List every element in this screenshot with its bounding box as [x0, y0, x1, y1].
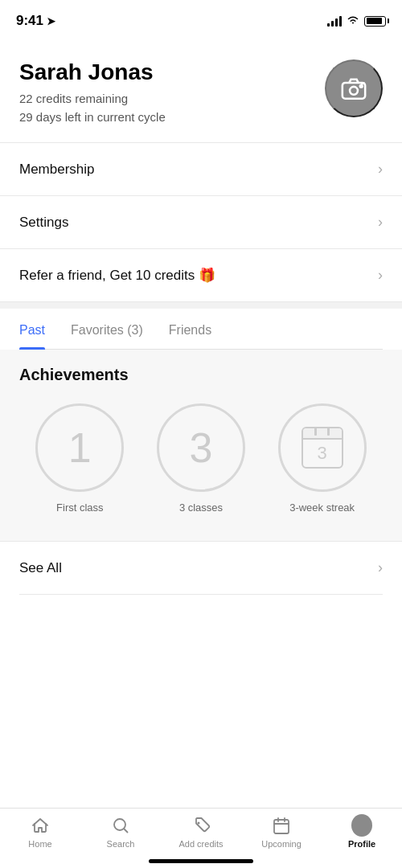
menu-section: Membership › Settings › Refer a friend, …	[0, 142, 402, 302]
svg-rect-5	[274, 820, 289, 833]
achievement-circle-streak: 3	[278, 403, 367, 492]
avatar-upload-button[interactable]: +	[325, 59, 383, 117]
refer-menu-item[interactable]: Refer a friend, Get 10 credits 🎁 ›	[0, 249, 402, 302]
achievement-three-week-streak: 3 3-week streak	[278, 403, 367, 514]
settings-menu-item[interactable]: Settings ›	[0, 196, 402, 249]
profile-header: Sarah Jonas 22 credits remaining 29 days…	[0, 35, 402, 142]
svg-point-4	[198, 822, 200, 825]
calendar-icon	[271, 815, 292, 836]
home-indicator	[149, 859, 253, 863]
tabs: Past Favorites (3) Friends	[19, 309, 383, 350]
see-all-section: See All ›	[0, 541, 402, 595]
home-icon	[30, 815, 51, 836]
profile-nav-icon	[351, 815, 372, 836]
status-icons	[327, 14, 386, 28]
chevron-right-icon: ›	[378, 267, 383, 284]
svg-point-1	[350, 87, 358, 95]
chevron-right-icon: ›	[378, 559, 383, 576]
tab-favorites[interactable]: Favorites (3)	[71, 309, 143, 349]
credits-remaining: 22 credits remaining	[19, 90, 166, 108]
achievements-grid: 1 First class 3 3 classes	[19, 403, 383, 514]
chevron-right-icon: ›	[378, 214, 383, 231]
streak-number: 3	[318, 443, 327, 464]
nav-search[interactable]: Search	[80, 815, 161, 849]
nav-upcoming-label: Upcoming	[261, 839, 302, 849]
status-bar: 9:41 ➤	[0, 0, 402, 35]
nav-add-credits-label: Add credits	[178, 839, 223, 849]
nav-profile[interactable]: Profile	[322, 815, 402, 849]
tabs-section: Past Favorites (3) Friends	[0, 302, 402, 350]
cycle-days: 29 days left in current cycle	[19, 108, 166, 127]
achievement-number-3: 3	[190, 427, 213, 469]
chevron-right-icon: ›	[378, 161, 383, 178]
tag-icon	[191, 815, 211, 836]
achievement-label-first-class: First class	[56, 502, 104, 514]
achievement-label-three-classes: 3 classes	[179, 502, 223, 514]
battery-icon	[364, 16, 386, 27]
nav-home-label: Home	[28, 839, 51, 849]
wifi-icon	[347, 14, 359, 28]
search-icon	[110, 815, 131, 836]
achievement-label-streak: 3-week streak	[289, 502, 355, 514]
achievement-circle-first-class: 1	[35, 403, 124, 492]
profile-name: Sarah Jonas	[19, 59, 166, 85]
tab-friends[interactable]: Friends	[169, 309, 211, 349]
svg-point-2	[360, 85, 363, 88]
see-all-button[interactable]: See All ›	[19, 542, 383, 595]
achievement-circle-three-classes: 3	[157, 403, 245, 492]
membership-menu-item[interactable]: Membership ›	[0, 143, 402, 196]
achievement-three-classes: 3 3 classes	[157, 403, 245, 514]
nav-add-credits[interactable]: Add credits	[161, 815, 241, 849]
location-arrow-icon: ➤	[47, 15, 55, 27]
tab-past[interactable]: Past	[19, 309, 45, 349]
nav-upcoming[interactable]: Upcoming	[241, 815, 322, 849]
camera-icon	[340, 75, 367, 102]
achievement-number-1: 1	[68, 427, 92, 469]
status-time: 9:41	[16, 13, 43, 29]
calendar-icon: 3	[302, 427, 343, 469]
achievement-first-class: 1 First class	[35, 403, 124, 514]
see-all-label: See All	[19, 560, 62, 576]
nav-home[interactable]: Home	[0, 815, 80, 849]
profile-info: Sarah Jonas 22 credits remaining 29 days…	[19, 59, 166, 126]
signal-icon	[327, 15, 342, 27]
achievements-title: Achievements	[19, 366, 383, 384]
nav-search-label: Search	[107, 839, 135, 849]
nav-profile-label: Profile	[348, 839, 375, 849]
achievements-section: Achievements 1 First class 3 3 classes	[0, 350, 402, 541]
